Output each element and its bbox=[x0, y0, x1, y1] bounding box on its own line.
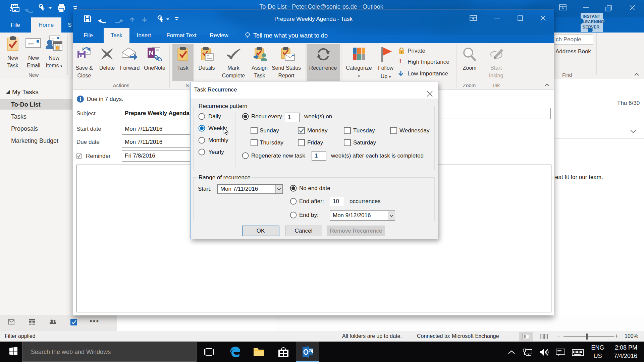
svg-text:N: N bbox=[149, 49, 154, 56]
